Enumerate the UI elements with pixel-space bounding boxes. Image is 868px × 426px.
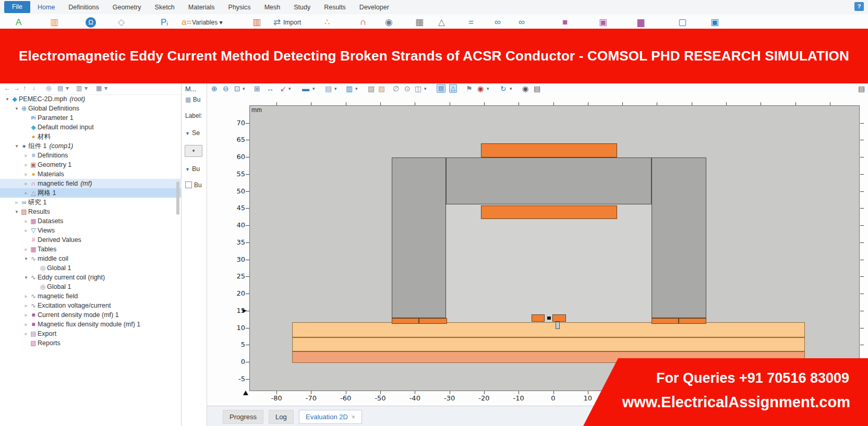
tree-item-results[interactable]: ▾▨Results [0,207,195,216]
label-icon[interactable]: ⚑ [466,84,473,93]
pi-icon[interactable]: Pᵢ [161,17,168,28]
tree-expander-icon[interactable]: ▹ [23,228,29,233]
tree-item-default-model-input[interactable]: ◆Default model input [0,123,204,132]
build-all-button[interactable]: ▦ Bu [185,96,200,103]
tree-item--1[interactable]: ▹∞研究 1 [0,198,195,207]
tree-item-definitions[interactable]: ▹≡Definitions [0,151,204,160]
menu-item-results[interactable]: Results [324,4,346,11]
layout2-icon[interactable]: ▣ [710,17,719,28]
collapse-icon[interactable]: ▤ [57,84,63,92]
tree-expander-icon[interactable]: ▾ [4,96,10,102]
refresh-icon[interactable]: ↻ [500,84,507,93]
pan-icon[interactable]: ↔ [267,84,274,93]
tree-item-excitation-voltage-current[interactable]: ▹∿Excitation voltage/current [0,301,204,310]
hide-icon[interactable]: ◫ [415,84,421,93]
tree-item--[interactable]: ●材料 [0,132,204,141]
up-icon[interactable]: ↑ [23,84,26,92]
go-to-view-icon[interactable]: ↙ [280,84,286,93]
tree-expander-icon[interactable]: ▹ [14,200,20,205]
transparency-icon[interactable]: ∅ [393,84,399,93]
tree-item-middle-coil[interactable]: ▾∿middle coil [0,254,204,263]
tree-expander-icon[interactable]: ▹ [23,181,29,186]
menu-item-study[interactable]: Study [294,4,310,11]
tree-item--1[interactable]: ▾●组件 1(comp1) [0,141,195,151]
application-icon[interactable]: A [16,17,21,28]
menu-item-sketch[interactable]: Sketch [155,4,175,11]
mesh-build-icon[interactable]: ▦ [415,17,424,28]
show-icon[interactable]: ◎ [46,84,51,92]
tree-item-datasets[interactable]: ▹▦Datasets [0,216,204,226]
results2-icon[interactable]: ∞ [519,17,525,28]
study-icon[interactable]: = [468,17,474,28]
tree-item-views[interactable]: ▹▽Views [0,226,204,235]
tree-expander-icon[interactable]: ▹ [23,218,29,224]
aeq-icon[interactable]: a= [182,17,191,28]
appearance-arrow-icon[interactable]: ▾ [312,84,315,93]
tree-expander-icon[interactable]: ▹ [23,162,29,167]
menu-item-materials[interactable]: Materials [188,4,215,11]
expand-icon[interactable]: ▥ [76,84,82,92]
far-print-icon[interactable]: ▤ [858,84,865,93]
tab-log[interactable]: Log [269,410,294,424]
layers-icon[interactable]: ▣ [599,17,607,28]
import-button[interactable]: Import [283,19,301,26]
collapse-arrow-icon[interactable]: ▾ [66,84,69,92]
select-box-icon[interactable]: ▧ [368,84,375,93]
zoom-out-icon[interactable]: ⊖ [223,84,229,93]
deselect-icon[interactable]: ▨ [378,84,385,93]
material-color-icon[interactable]: ◉ [477,84,484,93]
tree-expander-icon[interactable]: ▾ [14,106,20,111]
zoom-box-icon[interactable]: ⊡ [234,84,240,93]
file-menu-button[interactable]: File [4,1,30,13]
columns-icon[interactable]: ▦ [96,84,102,92]
tree-item-geometry-1[interactable]: ▹▣Geometry 1 [0,160,204,169]
mesh-toggle-icon[interactable]: △ [449,84,457,93]
variables-dropdown[interactable]: Variables ▾ [192,19,223,26]
clip-icon[interactable]: ⊙ [404,84,411,93]
tree-item-tables[interactable]: ▹▦Tables [0,245,204,254]
hide-arrow-icon[interactable]: ▾ [424,84,427,93]
back-icon[interactable]: ← [4,84,10,92]
tab-progress[interactable]: Progress [223,410,263,424]
component-icon[interactable]: ▥ [50,17,58,28]
color-arrow-icon[interactable]: ▾ [487,84,489,93]
tree-expander-icon[interactable]: ▹ [23,190,29,196]
tab-evaluation-2d[interactable]: Evaluation 2D× [299,410,362,424]
menu-item-physics[interactable]: Physics [228,4,251,11]
tree-item--1[interactable]: ▹△网格 1 [0,188,204,198]
section-sequence-header[interactable]: ▼Se [185,129,200,137]
menu-item-definitions[interactable]: Definitions [68,4,99,11]
tree-expander-icon[interactable]: ▹ [23,322,29,327]
save-arrow-icon[interactable]: ▾ [355,84,358,93]
tab-close-icon[interactable]: × [352,413,355,421]
zoom-extents-icon[interactable]: ⊞ [254,84,260,93]
save-plot-icon[interactable]: ▥ [346,84,353,93]
tree-item-current-density-mode-mf-1[interactable]: ▹■Current density mode (mf) 1 [0,310,204,320]
tree-expander-icon[interactable]: ▹ [23,153,29,158]
view-arrow-icon[interactable]: ▾ [288,84,291,93]
forward-icon[interactable]: → [14,84,20,92]
sequence-combo[interactable]: ▾ [185,145,202,157]
materials-icon[interactable]: ∴ [324,17,330,28]
menu-item-home[interactable]: Home [38,4,55,11]
results-icon[interactable]: ∞ [495,17,501,28]
snapshot-icon[interactable]: ◉ [522,84,528,93]
tree-expander-icon[interactable]: ▹ [23,303,29,308]
tree-item-eddy-current-coil-right-[interactable]: ▾∿Eddy current coil (right) [0,273,204,282]
print-plot-icon[interactable]: ▤ [325,84,332,93]
build-checkbox-row[interactable]: Bu [185,181,202,189]
mesh-icon[interactable]: △ [438,17,445,28]
parameters-icon[interactable]: Ω [86,17,96,28]
tree-item-export[interactable]: ▹▤Export [0,329,204,338]
plotgroup-icon[interactable]: ■ [562,17,568,28]
tree-item-magnetic-flux-density-module-mf-1[interactable]: ▹■Magnetic flux density module (mf) 1 [0,320,204,329]
tree-expander-icon[interactable]: ▹ [23,294,29,299]
multiphysics-icon[interactable]: ◉ [385,17,393,28]
tree-expander-icon[interactable]: ▾ [14,143,20,149]
tree-item-pemec-2d-mph[interactable]: ▾◆PEMEC-2D.mph(root) [0,94,185,104]
wireframe-toggle-icon[interactable]: ▤ [437,84,445,93]
help-button[interactable]: ? [854,2,864,11]
appearance-icon[interactable]: ▬ [302,84,309,93]
tree-expander-icon[interactable]: ▹ [23,312,29,318]
layout1-icon[interactable]: ▢ [678,17,686,28]
